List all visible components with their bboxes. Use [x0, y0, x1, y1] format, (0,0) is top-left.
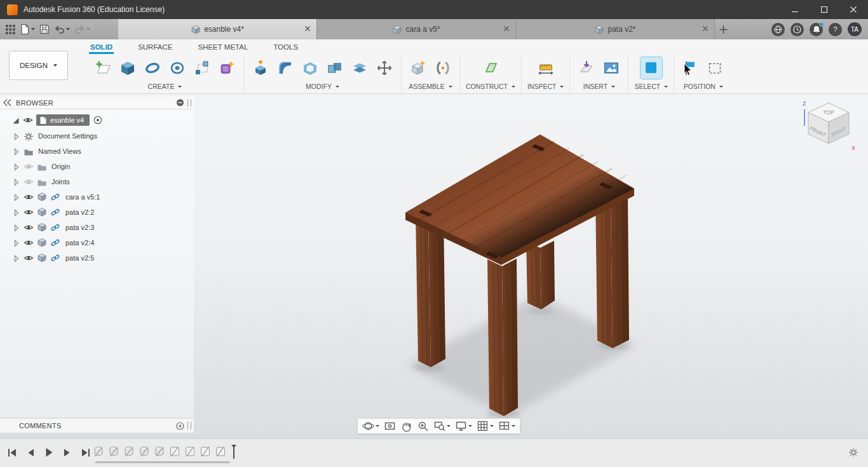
grid-settings-button[interactable]	[475, 419, 495, 433]
notification-bell-icon[interactable]	[810, 23, 823, 36]
orbit-button[interactable]	[361, 419, 381, 433]
visibility-eye-icon[interactable]	[24, 207, 34, 217]
expand-arrow-icon[interactable]	[11, 254, 20, 262]
visibility-eye-icon[interactable]	[24, 253, 34, 263]
browser-item-component-pata2[interactable]: pata v2:2	[0, 205, 194, 220]
panel-drag-grip[interactable]	[187, 99, 191, 107]
pattern-button[interactable]	[191, 57, 213, 79]
clock-history-icon[interactable]	[790, 23, 804, 36]
zoom-window-button[interactable]	[432, 419, 452, 433]
browser-item-component-pata5[interactable]: pata v2:5	[0, 250, 194, 266]
create-menu[interactable]: CREATE	[148, 83, 182, 90]
go-to-end-button[interactable]	[80, 447, 92, 458]
timeline-feature-icon[interactable]	[200, 445, 211, 459]
job-status-icon[interactable]	[771, 23, 785, 36]
close-tab-icon[interactable]	[304, 25, 311, 34]
visibility-eye-icon[interactable]	[24, 222, 34, 233]
fillet-button[interactable]	[275, 57, 296, 79]
collapse-panel-icon[interactable]	[3, 98, 12, 107]
measure-button[interactable]	[535, 57, 557, 79]
browser-item-origin[interactable]: Origin	[0, 159, 194, 174]
browser-item-label[interactable]: Joints	[50, 177, 72, 186]
split-body-button[interactable]	[349, 57, 370, 79]
timeline-settings-button[interactable]	[848, 447, 859, 461]
expand-arrow-icon[interactable]	[11, 177, 20, 186]
document-tab-pata[interactable]: pata v2*	[516, 19, 715, 39]
timeline-position-marker[interactable]	[230, 444, 238, 459]
timeline-feature-icon[interactable]	[184, 445, 196, 459]
browser-item-label[interactable]: cara a v5:1	[64, 193, 102, 201]
expand-arrow-icon[interactable]	[11, 132, 20, 140]
app-grid-icon[interactable]	[4, 22, 17, 37]
activate-component-icon[interactable]	[93, 115, 103, 125]
redo-button[interactable]	[72, 22, 92, 37]
timeline-scrollbar[interactable]	[95, 461, 230, 463]
cylinder-button[interactable]	[166, 57, 188, 79]
select-tool-button[interactable]	[641, 57, 662, 79]
timeline-feature-icon[interactable]	[154, 445, 165, 459]
add-comment-icon[interactable]	[176, 422, 184, 430]
browser-item-named-views[interactable]: Named Views	[0, 144, 194, 159]
visibility-eye-off-icon[interactable]	[24, 161, 34, 172]
insert-menu[interactable]: INSERT	[583, 83, 615, 90]
timeline-feature-icon[interactable]	[139, 445, 150, 459]
revert-position-button[interactable]	[705, 57, 726, 79]
expand-arrow-icon[interactable]	[11, 193, 20, 201]
move-copy-button[interactable]	[374, 57, 395, 79]
panel-options-icon[interactable]	[176, 98, 184, 107]
maximize-button[interactable]	[810, 0, 839, 19]
browser-item-label[interactable]: pata v2:2	[64, 208, 96, 217]
workspace-selector[interactable]: DESIGN	[9, 51, 68, 80]
timeline-feature-icon[interactable]	[169, 445, 180, 459]
go-to-start-button[interactable]	[6, 447, 18, 458]
revolve-torus-button[interactable]	[142, 57, 163, 79]
display-settings-button[interactable]	[454, 419, 473, 433]
play-button[interactable]	[43, 447, 55, 458]
new-tab-button[interactable]	[715, 19, 731, 39]
active-component-pill[interactable]: esanble v4	[36, 114, 90, 126]
joint-button[interactable]	[432, 57, 454, 79]
close-button[interactable]	[839, 0, 868, 19]
root-expand-icon[interactable]	[11, 116, 20, 125]
new-component-button[interactable]	[407, 57, 429, 79]
view-cube[interactable]: Z TOP FRONT RIGHT X	[798, 98, 859, 156]
visibility-eye-off-icon[interactable]	[24, 177, 34, 187]
construct-plane-button[interactable]	[480, 57, 501, 79]
browser-item-label[interactable]: Document Settings	[36, 132, 99, 140]
assemble-menu[interactable]: ASSEMBLE	[409, 83, 452, 90]
primitive-box-button[interactable]	[117, 57, 139, 79]
ribbon-tab-solid[interactable]: SOLID	[89, 41, 114, 54]
ribbon-tab-sheet-metal[interactable]: SHEET METAL	[196, 41, 249, 54]
document-tab-cara[interactable]: cara a v5*	[317, 19, 516, 39]
browser-item-component-pata3[interactable]: pata v2:3	[0, 220, 194, 235]
browser-item-label[interactable]: Origin	[50, 162, 72, 171]
close-tab-icon[interactable]	[702, 25, 709, 34]
browser-item-label[interactable]: pata v2:4	[64, 238, 96, 247]
select-menu[interactable]: SELECT	[634, 83, 668, 90]
expand-arrow-icon[interactable]	[11, 162, 20, 171]
shell-button[interactable]	[299, 57, 321, 79]
timeline-track[interactable]	[93, 444, 238, 459]
timeline-feature-icon[interactable]	[93, 445, 104, 459]
look-at-button[interactable]	[383, 419, 397, 433]
browser-header[interactable]: BROWSER	[0, 97, 194, 109]
panel-drag-grip[interactable]	[187, 422, 191, 430]
timeline-feature-icon[interactable]	[123, 445, 135, 459]
insert-derive-button[interactable]	[576, 57, 597, 79]
combine-button[interactable]	[324, 57, 346, 79]
expand-arrow-icon[interactable]	[11, 147, 20, 156]
position-menu[interactable]: POSITION	[684, 83, 723, 90]
viewcube-top-label[interactable]: TOP	[823, 109, 834, 116]
save-button[interactable]	[37, 22, 51, 37]
step-forward-button[interactable]	[62, 447, 73, 458]
create-form-button[interactable]	[216, 57, 238, 79]
insert-canvas-button[interactable]	[600, 57, 622, 79]
timeline-feature-icon[interactable]	[215, 445, 226, 459]
browser-item-component-pata4[interactable]: pata v2:4	[0, 235, 194, 250]
viewports-button[interactable]	[497, 419, 517, 433]
minimize-button[interactable]	[780, 0, 810, 19]
comments-panel[interactable]: COMMENTS	[0, 419, 194, 433]
expand-arrow-icon[interactable]	[11, 238, 20, 247]
browser-root-item[interactable]: esanble v4	[0, 112, 194, 128]
browser-item-label[interactable]: pata v2:3	[64, 223, 96, 232]
